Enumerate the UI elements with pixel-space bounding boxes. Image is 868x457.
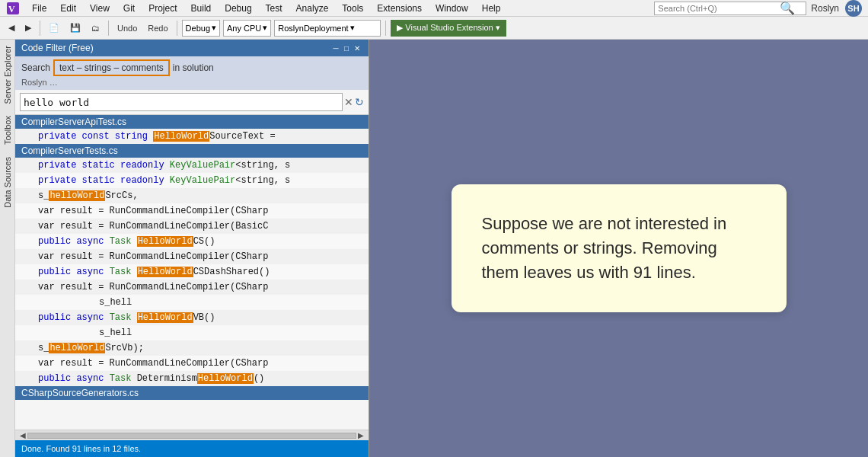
result-file-3[interactable]: CSharpSourceGenerators.cs [15, 386, 369, 400]
scroll-left-btn[interactable]: ◀ [18, 431, 27, 439]
panel-title: Code Filter (Free) [21, 43, 330, 53]
platform-label: Any CPU [227, 24, 261, 33]
panel-restore-btn[interactable]: □ [341, 43, 352, 53]
global-search-input[interactable] [658, 4, 780, 13]
side-tab-toolbox[interactable]: Toolbox [2, 110, 14, 151]
user-avatar[interactable]: SH [845, 0, 862, 17]
panel-search-row: Search text – strings – comments in solu… [21, 59, 362, 76]
info-card: Suppose we are not interested in comment… [452, 184, 787, 312]
result-file-1[interactable]: CompilerServerApiTest.cs [15, 115, 369, 129]
search-label: Search [21, 62, 50, 73]
side-tab-server-explorer[interactable]: Server Explorer [2, 40, 14, 110]
save-all-btn[interactable]: 🗂 [88, 20, 104, 37]
panel-titlebar: Code Filter (Free) ─ □ ✕ [15, 40, 369, 56]
toolbar-sep-3 [177, 21, 177, 36]
toolbar-sep-4 [385, 21, 386, 36]
table-row[interactable]: var result = RunCommandLineCompiler(CSha… [15, 249, 369, 264]
panel-sub-label: Roslyn … [21, 78, 362, 87]
global-search[interactable]: 🔍 [654, 2, 806, 15]
redo-btn[interactable]: Redo [144, 20, 171, 37]
svg-text:V: V [8, 4, 15, 14]
table-row[interactable]: var result = RunCommandLineCompiler(Basi… [15, 219, 369, 234]
panel-bottom-bar: ◀ ▶ [15, 430, 369, 440]
project-label: RoslynDeployment [278, 24, 348, 33]
table-row[interactable]: s_hell [15, 295, 369, 310]
menu-extensions[interactable]: Extensions [371, 2, 428, 15]
filter-box: text – strings – comments [53, 59, 170, 76]
search-input-area: ✕ ↻ [15, 90, 369, 115]
main-area: Server Explorer Toolbox Data Sources Cod… [0, 40, 868, 457]
table-row[interactable]: private static readonly KeyValuePair<str… [15, 173, 369, 188]
code-filter-panel: Code Filter (Free) ─ □ ✕ Search text – s… [15, 40, 369, 457]
panel-minimize-btn[interactable]: ─ [330, 43, 341, 53]
toolbar-sep-1 [40, 21, 40, 36]
new-file-btn[interactable]: 📄 [45, 20, 63, 37]
table-row[interactable]: public async Task DeterminismHelloWorld(… [15, 371, 369, 386]
toolbar: ◀ ▶ 📄 💾 🗂 Undo Redo Debug ▾ Any CPU ▾ Ro… [0, 17, 868, 40]
table-row[interactable]: private const string HelloWorldSourceTex… [15, 129, 369, 144]
table-row[interactable]: var result = RunCommandLineCompiler(CSha… [15, 280, 369, 295]
nav-forward-btn[interactable]: ▶ [21, 20, 35, 37]
table-row[interactable]: var result = RunCommandLineCompiler(CSha… [15, 356, 369, 371]
table-row[interactable]: s_helloWorldSrcCs, [15, 188, 369, 203]
menu-git[interactable]: Git [117, 2, 141, 15]
statusbar-text: Done. Found 91 lines in 12 files. [21, 444, 141, 453]
table-row[interactable]: public async Task HelloWorldVB() [15, 310, 369, 325]
project-dropdown[interactable]: RoslynDeployment ▾ [274, 20, 381, 37]
scroll-right-btn[interactable]: ▶ [356, 431, 365, 439]
menu-window[interactable]: Window [429, 2, 474, 15]
menu-tools[interactable]: Tools [336, 2, 369, 15]
undo-btn[interactable]: Undo [113, 20, 141, 37]
side-tabs: Server Explorer Toolbox Data Sources [0, 40, 15, 457]
table-row[interactable]: public async Task HelloWorldCSDashShared… [15, 264, 369, 280]
results-list[interactable]: CompilerServerApiTest.cs private const s… [15, 115, 369, 430]
run-btn[interactable]: ▶ Visual Studio Extension ▾ [391, 20, 506, 37]
horizontal-scrollbar[interactable] [27, 433, 356, 439]
user-name-label: Roslyn [811, 3, 839, 14]
platform-dropdown[interactable]: Any CPU ▾ [223, 20, 271, 37]
info-card-text: Suppose we are not interested in comment… [482, 212, 756, 285]
vs-logo: V [6, 2, 20, 15]
refresh-search-btn[interactable]: ↻ [355, 96, 364, 108]
menu-build[interactable]: Build [185, 2, 218, 15]
nav-back-btn[interactable]: ◀ [5, 20, 18, 37]
table-row[interactable]: s_hell [15, 325, 369, 340]
right-area: Suppose we are not interested in comment… [369, 40, 868, 457]
menu-edit[interactable]: Edit [54, 2, 82, 15]
menu-help[interactable]: Help [476, 2, 507, 15]
menu-analyze[interactable]: Analyze [290, 2, 335, 15]
result-file-2[interactable]: CompilerServerTests.cs [15, 144, 369, 158]
table-row[interactable]: var result = RunCommandLineCompiler(CSha… [15, 203, 369, 219]
panel-close-btn[interactable]: ✕ [352, 43, 362, 53]
search-icon: 🔍 [780, 1, 795, 15]
config-label: Debug [186, 24, 210, 33]
table-row[interactable]: s_helloWorldSrcVb); [15, 340, 369, 356]
clear-search-btn[interactable]: ✕ [344, 96, 353, 108]
table-row[interactable]: public async Task HelloWorldCS() [15, 234, 369, 249]
panel-search-area: Search text – strings – comments in solu… [15, 56, 369, 90]
code-search-input[interactable] [20, 93, 343, 111]
table-row[interactable]: private static readonly KeyValuePair<str… [15, 158, 369, 173]
search-suffix: in solution [173, 62, 214, 73]
menu-file[interactable]: File [26, 2, 53, 15]
menu-test[interactable]: Test [260, 2, 289, 15]
panel-statusbar: Done. Found 91 lines in 12 files. [15, 440, 369, 457]
toolbar-sep-2 [108, 21, 109, 36]
config-dropdown[interactable]: Debug ▾ [182, 20, 220, 37]
menu-debug[interactable]: Debug [219, 2, 257, 15]
save-btn[interactable]: 💾 [66, 20, 85, 37]
menu-project[interactable]: Project [142, 2, 183, 15]
menubar: V File Edit View Git Project Build Debug… [0, 0, 868, 17]
side-tab-data-sources[interactable]: Data Sources [2, 151, 14, 214]
menu-view[interactable]: View [84, 2, 116, 15]
